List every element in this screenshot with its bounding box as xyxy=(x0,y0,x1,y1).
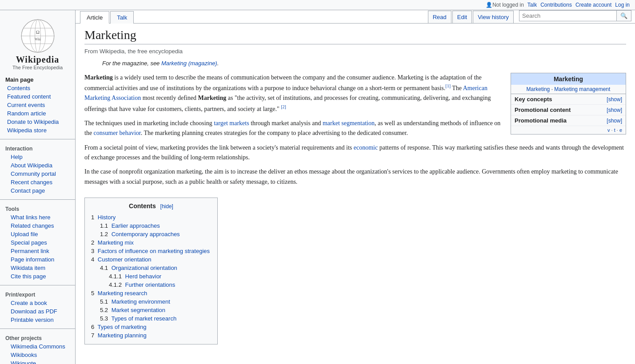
economic-link[interactable]: economic xyxy=(354,144,378,151)
toc-link-4-1-2[interactable]: 4.1.2 Further orientations xyxy=(109,281,175,288)
sidebar-item-permanent[interactable]: Permanent link xyxy=(0,247,75,255)
toc-link-3[interactable]: 3 Factors of influence on marketing stra… xyxy=(91,248,210,254)
toc-title: Contents [hide] xyxy=(91,202,211,210)
search-button[interactable]: 🔍 xyxy=(617,10,631,21)
toc-item-5-1: 5.1 Marketing environment xyxy=(91,297,211,306)
toc: Contents [hide] 1 History 1.1 Earlier ap… xyxy=(84,198,218,344)
logo-subtitle: The Free Encyclopedia xyxy=(0,65,75,70)
infobox-t-link[interactable]: t xyxy=(614,127,615,133)
sidebar-item-wikibooks[interactable]: Wikibooks xyxy=(0,351,75,359)
toc-link-5-1[interactable]: 5.1 Marketing environment xyxy=(100,298,170,305)
sidebar-item-featured-content[interactable]: Featured content xyxy=(0,92,75,101)
sidebar-item-help[interactable]: Help xyxy=(0,153,75,161)
tab-read[interactable]: Read xyxy=(428,11,451,23)
toc-item-1: 1 History xyxy=(91,213,211,222)
toc-item-6: 6 Types of marketing xyxy=(91,323,211,331)
svg-text:Wiki: Wiki xyxy=(34,38,40,41)
search-box: 🔍 xyxy=(519,10,631,21)
sidebar-item-related-changes[interactable]: Related changes xyxy=(0,222,75,230)
sidebar-item-printable[interactable]: Printable version xyxy=(0,316,75,324)
main-content: Marketing From Wikipedia, the free encyc… xyxy=(76,24,635,364)
create-account-link[interactable]: Create account xyxy=(575,2,611,8)
sidebar-item-wikimedia[interactable]: Wikimedia Commons xyxy=(0,342,75,351)
sidebar-item-about[interactable]: About Wikipedia xyxy=(0,161,75,170)
search-input[interactable] xyxy=(519,10,617,21)
sidebar-item-what-links[interactable]: What links here xyxy=(0,213,75,222)
infobox: Marketing Marketing · Marketing manageme… xyxy=(511,73,626,135)
sidebar-item-wikiquote[interactable]: Wikiquote xyxy=(0,359,75,364)
infobox-row-promotional-media: Promotional media [show] xyxy=(511,115,626,126)
sidebar-item-random-article[interactable]: Random article xyxy=(0,109,75,118)
sidebar-item-cite[interactable]: Cite this page xyxy=(0,272,75,281)
wikipedia-globe-icon: Ω Wiki xyxy=(20,18,56,54)
toc-link-1[interactable]: 1 History xyxy=(91,214,116,221)
print-title: Print/export xyxy=(0,290,75,299)
sidebar-item-upload[interactable]: Upload file xyxy=(0,230,75,238)
sidebar-item-contents[interactable]: Contents xyxy=(0,84,75,92)
toc-link-5[interactable]: 5 Marketing research xyxy=(91,290,147,297)
infobox-title: Marketing xyxy=(511,73,626,85)
talk-link[interactable]: Talk xyxy=(527,2,537,8)
not-logged-in-label: Not logged in xyxy=(492,2,524,8)
toc-item-4-1-1: 4.1.1 Herd behavior xyxy=(91,272,211,281)
tab-article[interactable]: Article xyxy=(80,11,109,24)
target-markets-link[interactable]: target markets xyxy=(214,120,249,127)
toc-link-1-2[interactable]: 1.2 Contemporary approaches xyxy=(100,231,180,237)
contributions-link[interactable]: Contributions xyxy=(540,2,572,8)
infobox-key-concepts-label: Key concepts xyxy=(515,96,552,103)
sidebar-item-main-page[interactable]: Main page xyxy=(0,75,75,84)
sidebar-item-special[interactable]: Special pages xyxy=(0,238,75,247)
toc-link-5-3[interactable]: 5.3 Types of market research xyxy=(100,315,176,322)
toc-link-4-1-1[interactable]: 4.1.1 Herd behavior xyxy=(109,273,161,280)
infobox-nav: Marketing · Marketing management xyxy=(511,85,626,94)
tab-edit[interactable]: Edit xyxy=(452,11,472,23)
infobox-nav-link2[interactable]: Marketing management xyxy=(554,86,610,92)
sidebar-item-page-info[interactable]: Page information xyxy=(0,255,75,264)
sidebar-item-current-events[interactable]: Current events xyxy=(0,101,75,109)
sidebar-item-contact[interactable]: Contact page xyxy=(0,186,75,195)
infobox-e-link[interactable]: e xyxy=(619,127,622,133)
hatnote-link[interactable]: Marketing (magazine) xyxy=(161,60,217,67)
infobox-promotional-media-show[interactable]: [show] xyxy=(607,118,622,124)
toc-link-2[interactable]: 2 Marketing mix xyxy=(91,239,134,246)
toc-hide-button[interactable]: [hide] xyxy=(160,203,173,210)
toc-link-1-1[interactable]: 1.1 Earlier approaches xyxy=(100,222,160,229)
toc-item-5: 5 Marketing research xyxy=(91,289,211,297)
toc-link-4[interactable]: 4 Customer orientation xyxy=(91,256,152,263)
tab-view-history[interactable]: View history xyxy=(473,11,514,23)
toc-item-5-3: 5.3 Types of market research xyxy=(91,314,211,323)
sidebar-item-donate[interactable]: Donate to Wikipedia xyxy=(0,118,75,126)
login-link[interactable]: Log in xyxy=(615,2,630,8)
sidebar-item-store[interactable]: Wikipedia store xyxy=(0,126,75,135)
toc-item-4: 4 Customer orientation xyxy=(91,255,211,264)
infobox-v-link[interactable]: v xyxy=(607,127,610,133)
toc-link-5-2[interactable]: 5.2 Market segmentation xyxy=(100,307,165,313)
infobox-nav-link1[interactable]: Marketing xyxy=(527,86,550,92)
toc-item-7: 7 Marketing planning xyxy=(91,331,211,340)
from-wiki-label: From Wikipedia, the free encyclopedia xyxy=(84,48,626,55)
tools-title: Tools xyxy=(0,204,75,213)
market-segmentation-link[interactable]: market segmentation xyxy=(323,120,375,127)
toc-item-4-1-2: 4.1.2 Further orientations xyxy=(91,281,211,289)
sidebar: Ω Wiki Wikipedia The Free Encyclopedia M… xyxy=(0,10,76,364)
toc-link-4-1[interactable]: 4.1 Organizational orientation xyxy=(100,265,177,271)
toc-item-2: 2 Marketing mix xyxy=(91,238,211,247)
consumer-behavior-link[interactable]: consumer behavior xyxy=(94,130,141,136)
sidebar-item-community[interactable]: Community portal xyxy=(0,170,75,178)
toc-link-6[interactable]: 6 Types of marketing xyxy=(91,324,146,330)
svg-text:Ω: Ω xyxy=(36,29,39,35)
tab-talk[interactable]: Talk xyxy=(110,11,134,24)
ama-link[interactable]: American Marketing Association xyxy=(84,85,487,101)
page-title: Marketing xyxy=(84,28,626,44)
sidebar-item-recent-changes[interactable]: Recent changes xyxy=(0,178,75,186)
infobox-row-key-concepts: Key concepts [show] xyxy=(511,94,626,105)
sidebar-item-create-book[interactable]: Create a book xyxy=(0,299,75,307)
sidebar-item-download-pdf[interactable]: Download as PDF xyxy=(0,307,75,316)
hatnote: For the magazine, see Marketing (magazin… xyxy=(102,60,626,67)
infobox-promotional-content-show[interactable]: [show] xyxy=(607,107,622,113)
sidebar-item-wikidata[interactable]: Wikidata item xyxy=(0,264,75,272)
article-para4: In the case of nonprofit organization ma… xyxy=(84,167,626,187)
top-bar: 👤 Not logged in Talk Contributions Creat… xyxy=(0,0,635,10)
toc-link-7[interactable]: 7 Marketing planning xyxy=(91,332,147,339)
infobox-key-concepts-show[interactable]: [show] xyxy=(607,96,622,103)
